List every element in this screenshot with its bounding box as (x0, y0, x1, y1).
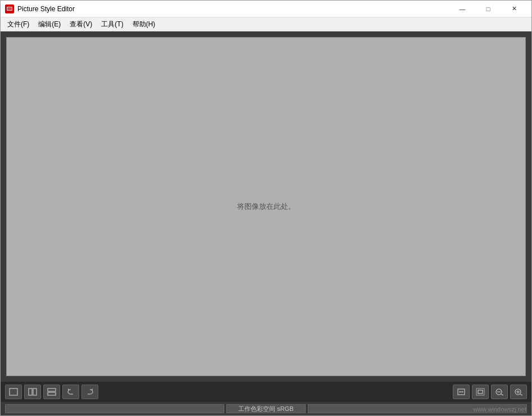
window-title: Picture Style Editor (17, 5, 75, 13)
view-split-h-icon (28, 388, 37, 396)
status-right (308, 404, 527, 413)
svg-rect-6 (48, 388, 56, 391)
menu-file[interactable]: 文件(F) (3, 18, 34, 31)
status-progress (5, 404, 224, 413)
zoom-fit-width-button[interactable] (453, 385, 470, 399)
view-split-v-icon (47, 388, 56, 396)
title-bar-left: Picture Style Editor (5, 4, 75, 13)
status-bar: 工作色彩空间 sRGB (1, 402, 531, 415)
zoom-actual-button[interactable] (472, 385, 489, 399)
window-controls: — □ ✕ (449, 1, 527, 17)
zoom-actual-icon (476, 388, 485, 396)
svg-marker-13 (462, 391, 463, 393)
zoom-fit-width-icon (457, 388, 466, 396)
toolbar-right (453, 385, 527, 399)
toolbar-left (5, 385, 98, 399)
undo-icon (66, 388, 75, 396)
zoom-in-button[interactable] (510, 385, 527, 399)
menu-view[interactable]: 查看(V) (65, 18, 97, 31)
svg-marker-12 (459, 391, 460, 393)
main-content: 将图像放在此处。 (1, 31, 531, 415)
menu-tools[interactable]: 工具(T) (97, 18, 128, 31)
svg-rect-3 (10, 388, 17, 395)
menu-edit[interactable]: 编辑(E) (34, 18, 65, 31)
view-single-icon (9, 388, 18, 396)
svg-line-17 (501, 394, 503, 395)
svg-rect-2 (7, 7, 12, 10)
color-space-label: 工作色彩空间 sRGB (226, 404, 305, 413)
svg-rect-15 (478, 390, 483, 394)
view-single-button[interactable] (5, 385, 22, 399)
main-window: Picture Style Editor — □ ✕ 文件(F) 编辑(E) 查… (0, 0, 532, 416)
svg-rect-5 (33, 388, 37, 395)
view-split-h-button[interactable] (24, 385, 41, 399)
svg-line-20 (520, 394, 522, 395)
svg-rect-14 (476, 388, 484, 395)
maximize-button[interactable]: □ (475, 1, 501, 17)
svg-rect-4 (29, 388, 32, 395)
canvas-placeholder: 将图像放在此处。 (237, 202, 295, 212)
close-button[interactable]: ✕ (501, 1, 527, 17)
zoom-out-button[interactable] (491, 385, 508, 399)
view-split-v-button[interactable] (43, 385, 60, 399)
canvas-area: 将图像放在此处。 (1, 31, 531, 382)
toolbar-bottom (1, 382, 531, 402)
redo-button[interactable] (81, 385, 98, 399)
zoom-in-icon (514, 388, 523, 396)
menu-bar: 文件(F) 编辑(E) 查看(V) 工具(T) 帮助(H) (1, 17, 531, 31)
redo-icon (85, 388, 94, 396)
minimize-button[interactable]: — (449, 1, 475, 17)
menu-help[interactable]: 帮助(H) (128, 18, 160, 31)
undo-button[interactable] (62, 385, 79, 399)
svg-rect-7 (48, 392, 56, 395)
image-canvas[interactable]: 将图像放在此处。 (6, 37, 526, 376)
app-icon (5, 4, 14, 13)
zoom-out-icon (495, 388, 504, 396)
title-bar: Picture Style Editor — □ ✕ (1, 1, 531, 17)
